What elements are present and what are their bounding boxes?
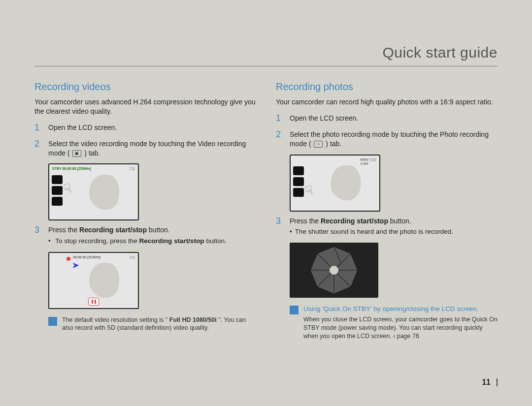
step-number: 2 (276, 130, 284, 151)
step: 1 Open the LCD screen. (276, 114, 498, 125)
step-number: 3 (34, 225, 42, 248)
note-block: The default video resolution setting is … (48, 316, 256, 333)
lcd-status-left: STBY 00:00:00 [253Min] (52, 167, 91, 171)
step-number: 3 (276, 217, 284, 239)
step-text: Press the Recording start/stop button. (48, 225, 227, 235)
step-body: Press the Recording start/stop button. T… (290, 217, 453, 239)
note-body: The default video resolution setting is … (62, 316, 256, 333)
step-text: Open the LCD screen. (290, 114, 358, 123)
columns: Recording videos Your camcorder uses adv… (34, 77, 498, 341)
lcd-screen: 9999 ▢▯▯ 4.0M ☟ (290, 155, 380, 212)
video-mode-icon: ▣ (72, 150, 81, 157)
touch-hand-icon: ☟ (62, 181, 73, 197)
lcd-illustration-rec: 00:00:00 [253Min] ▢▯ ➤ (48, 252, 256, 309)
mode-tab (52, 175, 63, 184)
lcd-screen: STBY 00:00:00 [253Min] ▢▯ ☟ (48, 163, 139, 220)
lcd-illustration-photo: 9999 ▢▯▯ 4.0M ☟ (290, 155, 498, 212)
photo-mode-icon: ⌂ (314, 141, 323, 148)
cursor-arrow-icon: ➤ (72, 260, 79, 271)
mode-tabs (293, 166, 304, 197)
mode-tab (293, 166, 304, 175)
step-sub-bullet: To stop recording, press the Recording s… (48, 237, 227, 246)
step-number: 2 (34, 139, 42, 160)
page-number: 11 (482, 378, 498, 386)
col-recording-videos: Recording videos Your camcorder uses adv… (34, 77, 256, 341)
step-body: Press the Recording start/stop button. T… (48, 225, 227, 248)
title-divider (34, 66, 498, 66)
note-block: Using 'Quick On STBY' by opening/closing… (290, 305, 498, 341)
lcd-illustration-stby: STBY 00:00:00 [253Min] ▢▯ ☟ (48, 163, 256, 220)
mode-tab (293, 188, 304, 197)
info-icon (290, 306, 299, 314)
step-text: Select the video recording mode by touch… (48, 139, 256, 158)
mode-tab (52, 197, 63, 206)
step: 3 Press the Recording start/stop button.… (276, 217, 498, 239)
mode-tabs (52, 175, 63, 206)
step-number: 1 (34, 123, 42, 134)
step: 2 Select the video recording mode by tou… (34, 139, 256, 160)
note-title: Using 'Quick On STBY' by opening/closing… (303, 305, 498, 313)
step: 3 Press the Recording start/stop button.… (34, 225, 256, 248)
lcd-status-row: ▢▯ (52, 255, 135, 259)
lcd-status-right: ▢▯ (130, 255, 135, 259)
col-recording-photos: Recording photos Your camcorder can reco… (276, 77, 498, 341)
note-body: Using 'Quick On STBY' by opening/closing… (303, 305, 498, 341)
step-text: Open the LCD screen. (48, 123, 117, 132)
silhouette (89, 175, 119, 210)
step-body: Open the LCD screen. (48, 123, 117, 134)
intro-videos: Your camcorder uses advanced H.264 compr… (34, 97, 256, 116)
touch-hand-icon: ☟ (303, 182, 315, 199)
section-heading-photos: Recording photos (276, 81, 498, 93)
mode-tab (52, 186, 63, 195)
step: 2 Select the photo recording mode by tou… (276, 130, 498, 151)
aperture-icon (290, 243, 378, 298)
info-icon (48, 317, 57, 326)
step-text: Select the photo recording mode by touch… (290, 130, 498, 149)
intro-photos: Your camcorder can record high quality p… (276, 97, 498, 107)
pause-button-icon (88, 298, 99, 306)
section-heading-videos: Recording videos (34, 81, 256, 93)
step: 1 Open the LCD screen. (34, 123, 256, 134)
aperture-illustration (290, 243, 498, 298)
lcd-status-row: 9999 ▢▯▯ 4.0M (294, 158, 376, 165)
step-body: Select the video recording mode by touch… (48, 139, 256, 160)
silhouette (89, 263, 119, 298)
step-sub-bullet: The shutter sound is heard and the photo… (290, 227, 453, 236)
mode-tab (293, 177, 304, 186)
silhouette (331, 165, 361, 201)
step-number: 1 (276, 114, 284, 125)
svg-point-8 (330, 266, 338, 275)
lcd-status-row: STBY 00:00:00 [253Min] ▢▯ (52, 167, 135, 171)
step-body: Select the photo recording mode by touch… (290, 130, 498, 151)
lcd-status-right: ▢▯ (130, 167, 135, 171)
step-text: Press the Recording start/stop button. (290, 217, 453, 226)
lcd-screen: 00:00:00 [253Min] ▢▯ ➤ (48, 252, 139, 309)
lcd-status-right: 9999 ▢▯▯ 4.0M (360, 158, 376, 165)
page-title: Quick start guide (34, 44, 498, 61)
step-body: Open the LCD screen. (290, 114, 358, 125)
page: Quick start guide Recording videos Your … (0, 0, 532, 406)
note-text: When you close the LCD screen, your camc… (303, 315, 498, 341)
